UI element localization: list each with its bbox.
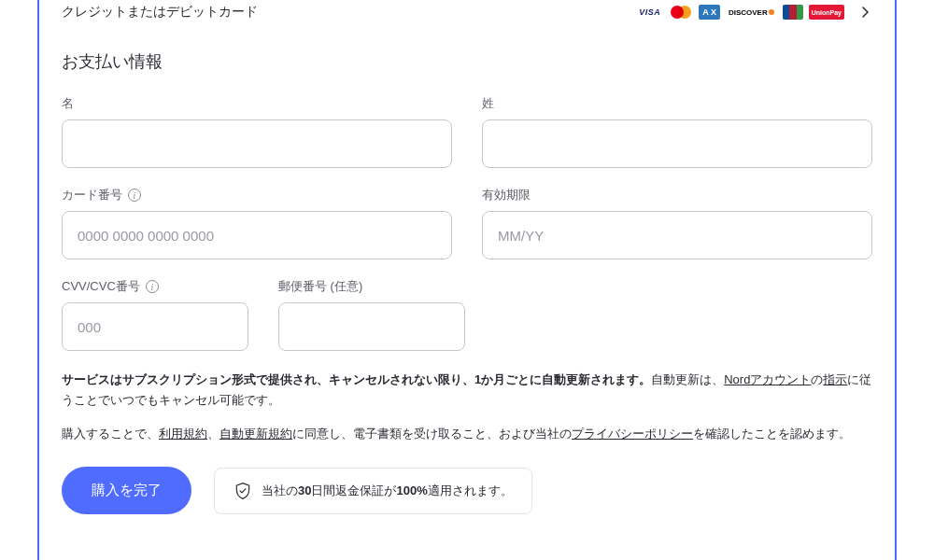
card-number-field: カード番号 i [62, 187, 452, 259]
cvv-label: CVV/CVC番号 i [62, 278, 248, 295]
privacy-policy-link[interactable]: プライバシーポリシー [572, 427, 693, 441]
info-icon[interactable]: i [146, 280, 159, 293]
postal-label: 郵便番号 (任意) [278, 278, 465, 295]
payment-method-header: クレジットまたはデビットカード VISA A X DISCOVER UnionP… [62, 0, 872, 35]
last-name-field: 姓 [482, 95, 872, 168]
unionpay-logo: UnionPay [809, 5, 844, 20]
last-name-input[interactable] [482, 119, 872, 168]
expiry-label: 有効期限 [482, 187, 872, 203]
shield-check-icon [234, 482, 252, 500]
expiry-field: 有効期限 [482, 187, 872, 259]
auto-renew-terms-link[interactable]: 自動更新規約 [219, 427, 292, 441]
first-name-field: 名 [62, 95, 452, 168]
payment-panel: クレジットまたはデビットカード VISA A X DISCOVER UnionP… [37, 0, 897, 560]
postal-input[interactable] [278, 302, 465, 351]
visa-logo: VISA [636, 5, 663, 20]
chevron-right-icon[interactable] [857, 5, 872, 20]
amex-logo: A X [699, 5, 720, 20]
cvv-field: CVV/CVC番号 i [62, 278, 248, 351]
nord-account-link[interactable]: Nordアカウント [724, 372, 811, 386]
first-name-input[interactable] [62, 119, 452, 168]
first-name-label: 名 [62, 95, 452, 112]
postal-field: 郵便番号 (任意) [278, 278, 465, 351]
auto-renew-disclaimer: サービスはサブスクリプション形式で提供され、キャンセルされない限り、1か月ごとに… [62, 370, 872, 411]
terms-link[interactable]: 利用規約 [159, 427, 207, 441]
jcb-logo [783, 5, 803, 20]
card-brand-logos: VISA A X DISCOVER UnionPay [636, 5, 872, 20]
cvv-input[interactable] [62, 302, 248, 351]
mastercard-logo [669, 5, 693, 20]
section-title: お支払い情報 [62, 50, 872, 73]
card-number-input[interactable] [62, 211, 452, 259]
money-back-guarantee: 当社の30日間返金保証が100%適用されます。 [214, 468, 532, 514]
payment-method-title: クレジットまたはデビットカード [62, 4, 258, 21]
complete-purchase-button[interactable]: 購入を完了 [62, 467, 191, 514]
card-number-label: カード番号 i [62, 187, 452, 203]
info-icon[interactable]: i [128, 189, 141, 202]
discover-logo: DISCOVER [726, 5, 777, 20]
expiry-input[interactable] [482, 211, 872, 259]
terms-disclaimer: 購入することで、利用規約、自動更新規約に同意し、電子書類を受け取ること、および当… [62, 424, 872, 444]
last-name-label: 姓 [482, 95, 872, 112]
instructions-link[interactable]: 指示 [823, 372, 847, 386]
